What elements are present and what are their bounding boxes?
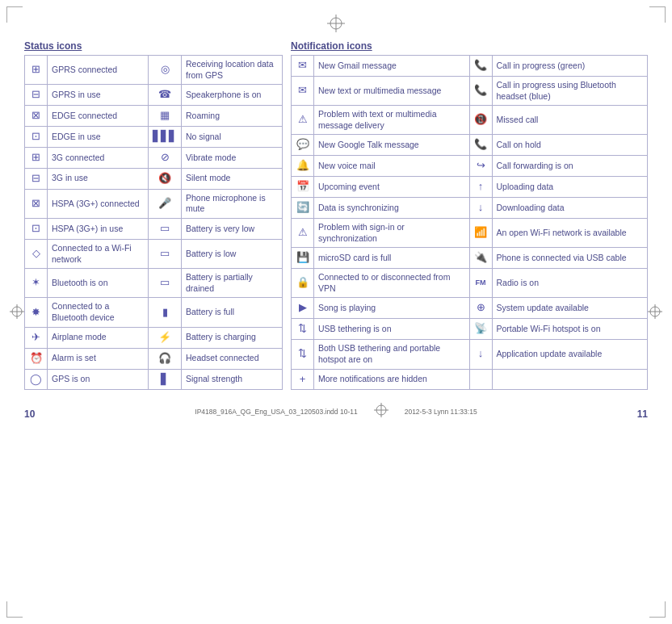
notif-icon-left-8: 💾 <box>292 248 314 269</box>
status-label-right-9: Battery is partially drained <box>182 269 283 298</box>
notif-label-left-12: Both USB tethering and portable hotspot … <box>314 340 470 369</box>
notif-label-left-4: New voice mail <box>314 156 470 177</box>
notif-icon-right-8: 🔌 <box>469 248 492 269</box>
notif-table-row: ⇅ USB tethering is on 📡 Portable Wi-Fi h… <box>292 319 648 340</box>
status-label-left-7: HSPA (3G+) in use <box>48 219 149 240</box>
notif-icon-right-3: 📞 <box>469 135 492 156</box>
crosshair-left <box>10 304 24 320</box>
main-content: Status icons ⊞ GPRS connected ◎ Receivin… <box>24 40 648 390</box>
status-label-right-5: Silent mode <box>182 168 283 189</box>
status-icon-right-3: ▋▋▋ <box>149 127 182 148</box>
notif-label-right-2: Missed call <box>492 106 648 135</box>
status-label-left-11: Airplane mode <box>48 327 149 348</box>
notif-label-right-8: Phone is connected via USB cable <box>492 248 648 269</box>
notif-table-row: ⇅ Both USB tethering and portable hotspo… <box>292 340 648 369</box>
notification-icons-title: Notification icons <box>291 40 648 52</box>
notif-icon-right-6: ↓ <box>469 198 492 219</box>
status-icon-right-13: ▋ <box>149 369 182 390</box>
notif-label-left-7: Problem with sign-in or synchronization <box>314 219 470 248</box>
notif-label-right-6: Downloading data <box>492 198 648 219</box>
notif-icon-right-10: ⊕ <box>469 298 492 319</box>
notif-table-row: ▶ Song is playing ⊕ System update availa… <box>292 298 648 319</box>
notif-label-right-10: System update available <box>492 298 648 319</box>
footer: 10 IP4188_916A_QG_Eng_USA_03_120503.indd… <box>24 400 648 420</box>
status-label-left-4: 3G connected <box>48 147 149 168</box>
status-label-right-12: Headset connected <box>182 348 283 369</box>
status-table-row: ⊡ HSPA (3G+) in use ▭ Battery is very lo… <box>25 219 283 240</box>
status-label-right-6: Phone microphone is mute <box>182 189 283 218</box>
status-table-row: ◯ GPS is on ▋ Signal strength <box>25 369 283 390</box>
notif-label-left-9: Connected to or disconnected from VPN <box>314 269 470 298</box>
status-label-right-2: Roaming <box>182 106 283 127</box>
status-label-right-10: Battery is full <box>182 298 283 327</box>
notif-icon-left-10: ▶ <box>292 298 314 319</box>
notif-label-right-4: Call forwarding is on <box>492 156 648 177</box>
notif-icon-right-1: 📞 <box>469 76 492 105</box>
status-icon-left-1: ⊟ <box>25 85 48 106</box>
notif-icon-left-0: ✉ <box>292 56 314 77</box>
notif-icon-right-5: ↑ <box>469 177 492 198</box>
footer-date: 2012-5-3 Lynn 11:33:15 <box>405 408 477 416</box>
notif-icon-right-12: ↓ <box>469 340 492 369</box>
notif-table-row: 💬 New Google Talk message 📞 Call on hold <box>292 135 648 156</box>
status-icon-right-11: ⚡ <box>149 327 182 348</box>
status-icons-title: Status icons <box>24 40 283 52</box>
status-table-row: ⊡ EDGE in use ▋▋▋ No signal <box>25 127 283 148</box>
status-icon-right-12: 🎧 <box>149 348 182 369</box>
status-table-row: ⏰ Alarm is set 🎧 Headset connected <box>25 348 283 369</box>
status-label-right-1: Speakerphone is on <box>182 85 283 106</box>
notif-table-row: 🔒 Connected to or disconnected from VPN … <box>292 269 648 298</box>
status-label-left-6: HSPA (3G+) connected <box>48 189 149 218</box>
notif-label-left-6: Data is synchronizing <box>314 198 470 219</box>
notif-label-left-11: USB tethering is on <box>314 319 470 340</box>
notif-label-right-11: Portable Wi-Fi hotspot is on <box>492 319 648 340</box>
notif-label-left-13: More notifications are hidden <box>314 369 470 390</box>
status-icon-right-5: 🔇 <box>149 168 182 189</box>
notif-icon-left-11: ⇅ <box>292 319 314 340</box>
notif-label-right-5: Uploading data <box>492 177 648 198</box>
notif-label-left-2: Problem with text or multimedia message … <box>314 106 470 135</box>
status-label-left-13: GPS is on <box>48 369 149 390</box>
notif-table-row: 🔄 Data is synchronizing ↓ Downloading da… <box>292 198 648 219</box>
crosshair-right <box>648 304 662 320</box>
notif-label-right-0: Call in progress (green) <box>492 56 648 77</box>
notif-label-right-3: Call on hold <box>492 135 648 156</box>
status-table-row: ⊠ HSPA (3G+) connected 🎤 Phone microphon… <box>25 189 283 218</box>
status-label-right-13: Signal strength <box>182 369 283 390</box>
status-icon-right-8: ▭ <box>149 239 182 268</box>
status-icon-right-1: ☎ <box>149 85 182 106</box>
notif-table-row: 📅 Upcoming event ↑ Uploading data <box>292 177 648 198</box>
notif-table-row: 🔔 New voice mail ↪ Call forwarding is on <box>292 156 648 177</box>
notif-icon-left-9: 🔒 <box>292 269 314 298</box>
notif-label-right-12: Application update available <box>492 340 648 369</box>
notif-icon-left-7: ⚠ <box>292 219 314 248</box>
notif-icon-right-7: 📶 <box>469 219 492 248</box>
footer-crosshair <box>374 403 388 420</box>
notif-label-right-13 <box>492 369 648 390</box>
status-icon-left-10: ✸ <box>25 298 48 327</box>
status-icon-left-9: ✶ <box>25 269 48 298</box>
notif-icon-right-9: FM <box>469 269 492 298</box>
right-page-num: 11 <box>637 408 648 420</box>
status-label-left-5: 3G in use <box>48 168 149 189</box>
notif-table-row: ✉ New text or multimedia message 📞 Call … <box>292 76 648 105</box>
notif-label-right-1: Call in progress using Bluetooth headset… <box>492 76 648 105</box>
status-icon-right-2: ▦ <box>149 106 182 127</box>
status-label-left-2: EDGE connected <box>48 106 149 127</box>
corner-mark-tl <box>6 6 23 23</box>
notif-icon-left-1: ✉ <box>292 76 314 105</box>
notif-icon-right-11: 📡 <box>469 319 492 340</box>
status-icons-section: Status icons ⊞ GPRS connected ◎ Receivin… <box>24 40 283 390</box>
status-table-row: ✈ Airplane mode ⚡ Battery is charging <box>25 327 283 348</box>
status-table-row: ⊞ 3G connected ⊘ Vibrate mode <box>25 147 283 168</box>
status-icon-left-7: ⊡ <box>25 219 48 240</box>
status-icons-table: ⊞ GPRS connected ◎ Receiving location da… <box>24 55 283 390</box>
notif-icon-right-2: 📵 <box>469 106 492 135</box>
status-icon-left-6: ⊠ <box>25 189 48 218</box>
status-icon-left-11: ✈ <box>25 327 48 348</box>
status-icon-left-13: ◯ <box>25 369 48 390</box>
status-icon-right-0: ◎ <box>149 56 182 85</box>
notif-icon-left-6: 🔄 <box>292 198 314 219</box>
status-icon-right-6: 🎤 <box>149 189 182 218</box>
status-label-left-0: GPRS connected <box>48 56 149 85</box>
